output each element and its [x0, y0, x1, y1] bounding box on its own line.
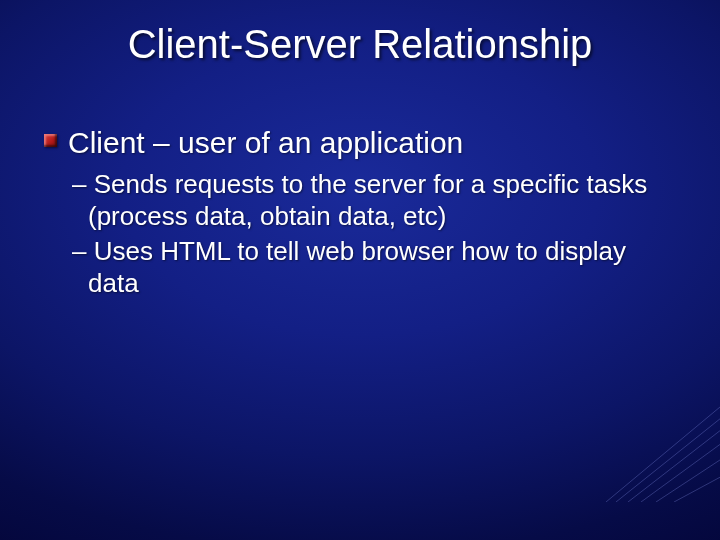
square-bullet-icon: [44, 134, 57, 147]
bullet-level2: – Uses HTML to tell web browser how to d…: [72, 236, 676, 299]
bullet-level1-text: Client – user of an application: [68, 126, 463, 159]
slide-body: Client – user of an application – Sends …: [44, 125, 676, 304]
bullet-level2: – Sends requests to the server for a spe…: [72, 169, 676, 232]
corner-decoration-icon: [606, 392, 720, 502]
svg-line-0: [606, 402, 720, 502]
bullet-level1: Client – user of an application: [44, 125, 676, 161]
svg-line-1: [616, 414, 720, 502]
svg-line-5: [674, 474, 720, 502]
slide: Client-Server Relationship Client – user…: [0, 0, 720, 540]
svg-line-2: [628, 426, 720, 502]
svg-line-4: [656, 456, 720, 502]
slide-title: Client-Server Relationship: [0, 22, 720, 67]
svg-line-3: [641, 440, 720, 502]
